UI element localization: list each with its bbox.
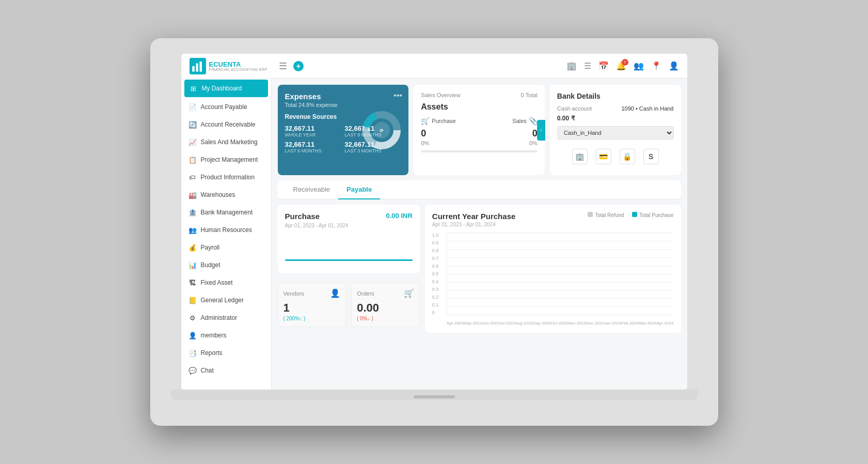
orders-header: Orders 🛒 bbox=[357, 288, 414, 298]
chart-legend: Total Refund Total Purchase bbox=[588, 212, 673, 218]
widgets-row: ••• Expenses Total 24.8% expense Revenue… bbox=[278, 85, 681, 175]
orders-change: ( 0%↓ ) bbox=[357, 316, 414, 321]
expenses-card: ••• Expenses Total 24.8% expense Revenue… bbox=[278, 85, 409, 175]
sidebar-item-account-payable[interactable]: 📄 Account Payable bbox=[181, 98, 271, 116]
chart-area: 1.0 0.9 0.8 0.7 0.6 0.5 0.4 0.3 0.2 0.1 bbox=[432, 233, 674, 326]
sidebar-item-product-information[interactable]: 🏷 Product Information bbox=[181, 168, 271, 186]
bank-s-icon[interactable]: S bbox=[643, 149, 659, 164]
sidebar-item-members[interactable]: 👤 members bbox=[181, 327, 271, 344]
expenses-subtitle: Total 24.8% expense bbox=[285, 102, 402, 108]
svg-rect-1 bbox=[192, 66, 194, 72]
location-header-icon[interactable]: 📍 bbox=[651, 61, 661, 71]
vendor-orders-row: Vendors 👤 1 ( 200%↑ ) Orders 🛒 bbox=[278, 283, 420, 327]
sidebar-item-reports[interactable]: 📑 Reports bbox=[181, 344, 271, 362]
vendors-value: 1 bbox=[283, 301, 341, 315]
tab-payable[interactable]: Payable bbox=[338, 180, 380, 199]
tabs-section: Receiveable Payable bbox=[278, 180, 681, 199]
assets-card: Sales Overview 0 Total Assets 🛒 Purchase… bbox=[414, 85, 545, 175]
assets-header: Sales Overview 0 Total bbox=[421, 92, 538, 98]
bank-account-select[interactable]: Cash_in_Hand bbox=[557, 126, 674, 140]
chart-y-labels: 1.0 0.9 0.8 0.7 0.6 0.5 0.4 0.3 0.2 0.1 bbox=[432, 233, 445, 315]
product-icon: 🏷 bbox=[188, 173, 197, 181]
dashboard-icon: ⊞ bbox=[190, 84, 198, 92]
chat-icon: 💬 bbox=[188, 366, 197, 375]
menu-toggle[interactable]: ☰ bbox=[279, 60, 287, 72]
sidebar-item-my-dashboard[interactable]: ⊞ My Dashboard bbox=[184, 80, 268, 97]
warehouses-icon: 🏭 bbox=[188, 191, 197, 199]
sidebar-item-budget[interactable]: 📊 Budget bbox=[181, 256, 271, 274]
fixed-asset-icon: 🏗 bbox=[188, 279, 197, 287]
purchase-date: Apr 01, 2023 - Apr 01, 2024 bbox=[285, 223, 413, 228]
chart-date: Apr 01, 2023 - Apr 01, 2024 bbox=[432, 222, 515, 227]
bank-lock-icon[interactable]: 🔒 bbox=[620, 149, 635, 164]
logo-icon bbox=[190, 58, 206, 74]
assets-values: 0 0 bbox=[421, 128, 538, 139]
svg-text:⟳: ⟳ bbox=[380, 128, 384, 133]
user-header-icon[interactable]: 👤 bbox=[669, 61, 679, 71]
logo-area: ECUENTA FINANCIAL ACCOUNTING ERP bbox=[190, 58, 267, 74]
assets-title: Assets bbox=[421, 102, 538, 112]
chart-plot bbox=[447, 233, 674, 315]
building-header-icon[interactable]: 🏢 bbox=[566, 61, 577, 71]
list-header-icon[interactable]: ☰ bbox=[584, 61, 591, 71]
sidebar-item-human-resources[interactable]: 👥 Human Resources bbox=[181, 221, 271, 239]
members-icon: 👤 bbox=[188, 331, 197, 339]
add-button[interactable]: + bbox=[293, 61, 304, 71]
chart-x-labels: Apr-2023 May-2023 Jun-2023 Jul-2023 Aug-… bbox=[447, 315, 674, 326]
bottom-row: Purchase 0.00 INR Apr 01, 2023 - Apr 01,… bbox=[278, 205, 681, 333]
sidebar-item-account-receivable[interactable]: 🔄 Account Receivable bbox=[181, 116, 271, 133]
orders-card: Orders 🛒 0.00 ( 0%↓ ) bbox=[351, 283, 420, 327]
vendors-icon: 👤 bbox=[330, 288, 340, 298]
expenses-menu[interactable]: ••• bbox=[393, 91, 402, 100]
assets-pct: 0% 0% bbox=[421, 140, 538, 146]
sidebar: ⊞ My Dashboard 📄 Account Payable 🔄 Accou… bbox=[181, 79, 272, 390]
bank-building-icon[interactable]: 🏢 bbox=[572, 149, 588, 164]
sidebar-item-chat[interactable]: 💬 Chat bbox=[181, 362, 271, 379]
hr-icon: 👥 bbox=[188, 226, 197, 234]
sidebar-item-sales-marketing[interactable]: 📈 Sales And Marketing bbox=[181, 133, 271, 151]
ledger-icon: 📒 bbox=[188, 296, 197, 304]
bank-card-icon[interactable]: 💳 bbox=[596, 149, 611, 164]
chart-card: Current Year Purchase Apr 01, 2023 - Apr… bbox=[425, 205, 681, 333]
sales-icon: 📈 bbox=[188, 138, 197, 146]
svg-rect-2 bbox=[196, 63, 198, 71]
sidebar-item-fixed-asset[interactable]: 🏗 Fixed Asset bbox=[181, 274, 271, 291]
tabs-header: Receiveable Payable bbox=[278, 180, 681, 199]
bank-account-row: Cash account 1090 • Cash in Hand bbox=[557, 105, 674, 112]
tab-receiveable[interactable]: Receiveable bbox=[285, 180, 339, 199]
sidebar-item-administrator[interactable]: ⚙ Administrator bbox=[181, 309, 271, 327]
calendar-header-icon[interactable]: 📅 bbox=[598, 61, 609, 71]
assets-cols-header: 🛒 Purchase Sales 📎 bbox=[421, 117, 538, 125]
sidebar-item-bank-management[interactable]: 🏦 Bank Management bbox=[181, 204, 271, 221]
sidebar-item-warehouses[interactable]: 🏭 Warehouses bbox=[181, 186, 271, 204]
stat-last-6: 32,667.11 LAST 6 MONTHS bbox=[285, 141, 342, 153]
sidebar-item-project-management[interactable]: 📋 Project Management bbox=[181, 151, 271, 168]
sidebar-item-general-ledger[interactable]: 📒 General Ledger bbox=[181, 291, 271, 309]
bank-card: Bank Details Cash account 1090 • Cash in… bbox=[550, 85, 681, 175]
pie-chart: ⟳ bbox=[361, 110, 402, 151]
account-receivable-icon: 🔄 bbox=[188, 120, 197, 129]
stat-whole-year: 32,667.11 WHOLE YEAR bbox=[285, 125, 342, 137]
project-icon: 📋 bbox=[188, 156, 197, 164]
top-bar-left: ECUENTA FINANCIAL ACCOUNTING ERP ☰ + bbox=[190, 58, 304, 74]
budget-icon: 📊 bbox=[188, 261, 197, 269]
right-panel-toggle[interactable]: ‹ bbox=[537, 120, 545, 141]
bell-notification[interactable]: 🔔 7 bbox=[616, 61, 626, 71]
reports-icon: 📑 bbox=[188, 349, 197, 357]
purchase-title: Purchase bbox=[285, 212, 320, 221]
content-area: ••• Expenses Total 24.8% expense Revenue… bbox=[272, 79, 687, 390]
purchase-chart-line bbox=[285, 259, 413, 261]
top-bar: ECUENTA FINANCIAL ACCOUNTING ERP ☰ + 🏢 ☰… bbox=[181, 54, 687, 79]
svg-rect-3 bbox=[199, 61, 201, 72]
sidebar-item-payroll[interactable]: 💰 Payroll bbox=[181, 239, 271, 256]
account-payable-icon: 📄 bbox=[188, 103, 197, 111]
vendors-card: Vendors 👤 1 ( 200%↑ ) bbox=[278, 283, 346, 327]
bank-title: Bank Details bbox=[557, 92, 674, 100]
bank-icon: 🏦 bbox=[188, 208, 197, 216]
chart-title: Current Year Purchase bbox=[432, 212, 515, 221]
payroll-icon: 💰 bbox=[188, 243, 197, 252]
users-header-icon[interactable]: 👥 bbox=[634, 61, 644, 71]
purchase-card: Purchase 0.00 INR Apr 01, 2023 - Apr 01,… bbox=[278, 205, 420, 273]
app-name: ECUENTA FINANCIAL ACCOUNTING ERP bbox=[209, 61, 267, 71]
expenses-title: Expenses bbox=[285, 92, 402, 101]
